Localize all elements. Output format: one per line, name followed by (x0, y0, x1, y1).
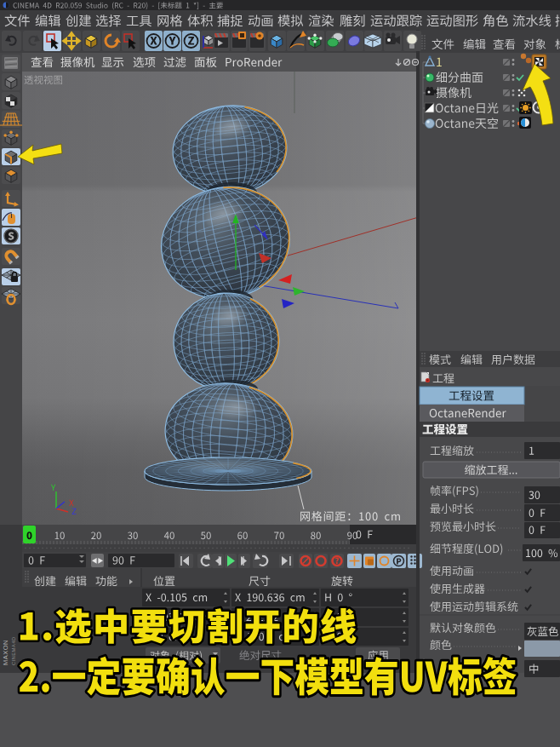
svg-text:MAXON: MAXON (2, 640, 9, 665)
svg-text:CINEMA4D: CINEMA4D (11, 636, 16, 665)
